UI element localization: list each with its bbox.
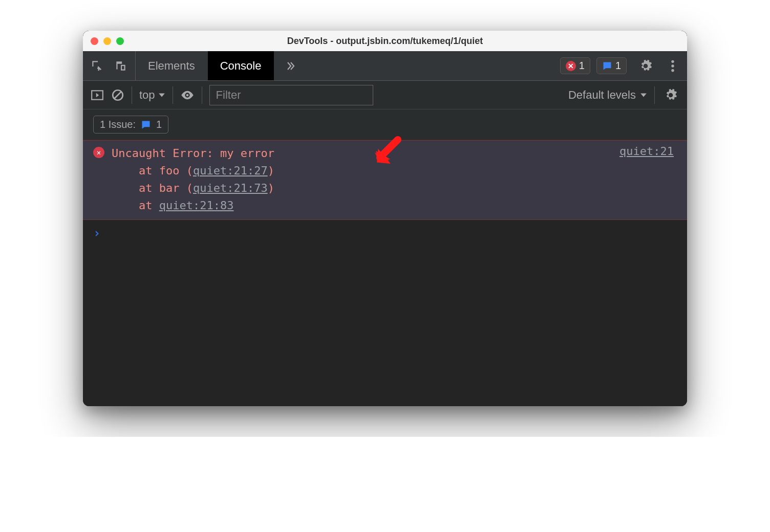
toolbar-left-icons: [83, 51, 136, 80]
console-prompt[interactable]: ›: [83, 220, 687, 247]
error-message: Uncaught Error: my error: [112, 147, 274, 160]
context-label: top: [139, 88, 155, 102]
svg-line-5: [115, 92, 121, 98]
window-close-button[interactable]: [91, 37, 98, 45]
traffic-lights: [91, 37, 124, 45]
issue-count-badge[interactable]: 1: [596, 57, 627, 74]
inspect-element-icon[interactable]: [91, 59, 104, 73]
svg-point-2: [671, 69, 674, 71]
issues-label: 1 Issue:: [100, 119, 136, 130]
issue-icon: [141, 120, 151, 130]
svg-point-0: [671, 60, 674, 62]
prompt-chevron-icon: ›: [93, 226, 100, 240]
main-tabbar: Elements Console ✕ 1 1: [83, 51, 687, 81]
tab-elements[interactable]: Elements: [136, 51, 208, 80]
log-levels-label: Default levels: [568, 88, 636, 102]
clear-console-icon[interactable]: [111, 88, 124, 102]
console-settings-icon[interactable]: [662, 88, 679, 102]
issue-count: 1: [615, 60, 621, 72]
console-toolbar: top Default levels: [83, 81, 687, 109]
filter-input[interactable]: [209, 85, 373, 105]
svg-point-1: [671, 64, 674, 67]
stack-link-2[interactable]: quiet:21:83: [159, 199, 234, 212]
error-message-row[interactable]: ✕ Uncaught Error: my error at foo (quiet…: [83, 140, 687, 220]
live-expression-icon[interactable]: [180, 88, 195, 102]
window-title: DevTools - output.jsbin.com/tukemeq/1/qu…: [287, 36, 483, 47]
titlebar: DevTools - output.jsbin.com/tukemeq/1/qu…: [83, 31, 687, 51]
settings-icon[interactable]: [633, 59, 658, 73]
issues-bar: 1 Issue: 1: [83, 109, 687, 140]
console-output: ✕ Uncaught Error: my error at foo (quiet…: [83, 140, 687, 406]
error-count: 1: [579, 60, 585, 72]
context-selector[interactable]: top: [139, 88, 165, 102]
tab-console[interactable]: Console: [208, 51, 274, 80]
error-count-badge[interactable]: ✕ 1: [560, 57, 590, 74]
error-text: Uncaught Error: my error at foo (quiet:2…: [112, 145, 274, 214]
issue-icon: [602, 61, 612, 71]
devtools-window: DevTools - output.jsbin.com/tukemeq/1/qu…: [83, 31, 687, 406]
stack-link-0[interactable]: quiet:21:27: [193, 164, 268, 177]
error-icon: ✕: [566, 61, 576, 71]
device-toolbar-icon[interactable]: [114, 59, 127, 73]
annotation-arrow-icon: [370, 135, 405, 170]
window-maximize-button[interactable]: [116, 37, 124, 45]
tabbar-right: ✕ 1 1: [554, 51, 687, 80]
toggle-drawer-icon[interactable]: [91, 88, 104, 102]
issues-chip[interactable]: 1 Issue: 1: [93, 116, 168, 134]
log-levels-selector[interactable]: Default levels: [568, 88, 647, 102]
error-circle-icon: ✕: [93, 147, 104, 158]
stack-link-1[interactable]: quiet:21:73: [193, 182, 268, 194]
window-minimize-button[interactable]: [103, 37, 111, 45]
more-options-icon[interactable]: [665, 59, 681, 73]
error-source-link[interactable]: quiet:21: [619, 145, 677, 158]
issues-count: 1: [156, 119, 162, 130]
more-tabs-button[interactable]: [274, 51, 307, 80]
